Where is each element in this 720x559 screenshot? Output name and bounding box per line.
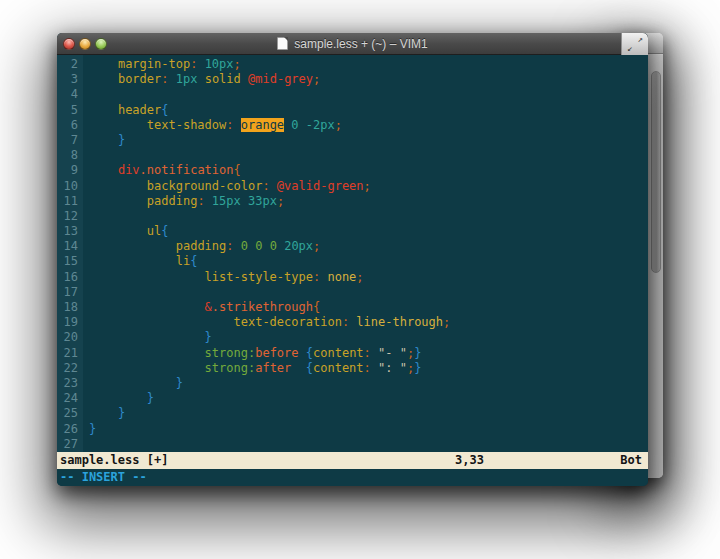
code-text	[83, 148, 648, 163]
status-bar: sample.less [+] 3,33 Bot	[57, 452, 648, 469]
status-cursor-position: 3,33	[455, 452, 484, 469]
code-line: 20 }	[57, 330, 648, 345]
line-number: 10	[57, 179, 83, 194]
code-text: list-style-type: none;	[83, 270, 648, 285]
app-window: sample.less + (~) – VIM1 ↗ ↙ 2 margin-to…	[57, 33, 648, 486]
line-number: 21	[57, 346, 83, 361]
line-number: 22	[57, 361, 83, 376]
document-icon	[277, 37, 288, 50]
code-line: 24 }	[57, 391, 648, 406]
code-line: 10 background-color: @valid-green;	[57, 179, 648, 194]
code-text	[83, 437, 648, 452]
code-line: 2 margin-top: 10px;	[57, 57, 648, 72]
code-line: 11 padding: 15px 33px;	[57, 194, 648, 209]
expand-arrows-icon: ↗ ↙	[622, 33, 648, 55]
code-text: margin-top: 10px;	[83, 57, 648, 72]
window-title: sample.less + (~) – VIM1	[294, 37, 427, 51]
code-line: 3 border: 1px solid @mid-grey;	[57, 72, 648, 87]
code-text: padding: 0 0 0 20px;	[83, 239, 648, 254]
code-text: }	[83, 330, 648, 345]
code-text: text-shadow: orange 0 -2px;	[83, 118, 648, 133]
code-text: padding: 15px 33px;	[83, 194, 648, 209]
code-line: 4	[57, 87, 648, 102]
line-number: 6	[57, 118, 83, 133]
search-highlight: orange	[241, 118, 284, 132]
code-line: 25 }	[57, 406, 648, 421]
line-number: 4	[57, 87, 83, 102]
titlebar[interactable]: sample.less + (~) – VIM1 ↗ ↙	[57, 33, 648, 55]
code-text: background-color: @valid-green;	[83, 179, 648, 194]
line-number: 13	[57, 224, 83, 239]
line-number: 15	[57, 254, 83, 269]
line-number: 24	[57, 391, 83, 406]
code-text: div.notification{	[83, 163, 648, 178]
status-file-name: sample.less [+]	[60, 452, 168, 469]
close-button[interactable]	[63, 38, 75, 50]
line-number: 17	[57, 285, 83, 300]
code-text	[83, 285, 648, 300]
code-text	[83, 209, 648, 224]
code-text: }	[83, 391, 648, 406]
code-text: &.strikethrough{	[83, 300, 648, 315]
code-line: 5 header{	[57, 103, 648, 118]
code-text	[83, 87, 648, 102]
code-line: 8	[57, 148, 648, 163]
code-line: 18 &.strikethrough{	[57, 300, 648, 315]
status-scroll-position: Bot	[620, 452, 642, 469]
line-number: 25	[57, 406, 83, 421]
mode-line: -- INSERT --	[57, 469, 648, 486]
line-number: 5	[57, 103, 83, 118]
code-text: header{	[83, 103, 648, 118]
code-text: }	[83, 376, 648, 391]
code-line: 9 div.notification{	[57, 163, 648, 178]
code-text: }	[83, 133, 648, 148]
code-text: border: 1px solid @mid-grey;	[83, 72, 648, 87]
code-line: 16 list-style-type: none;	[57, 270, 648, 285]
code-line: 26}	[57, 422, 648, 437]
line-number: 19	[57, 315, 83, 330]
code-text: strong:before {content: "- ";}	[83, 346, 648, 361]
code-text: ul{	[83, 224, 648, 239]
line-number: 9	[57, 163, 83, 178]
code-line: 14 padding: 0 0 0 20px;	[57, 239, 648, 254]
window-controls	[63, 38, 107, 50]
code-line: 15 li{	[57, 254, 648, 269]
line-number: 3	[57, 72, 83, 87]
line-number: 2	[57, 57, 83, 72]
editor-area[interactable]: 2 margin-top: 10px;3 border: 1px solid @…	[57, 55, 648, 452]
code-line: 22 strong:after {content: ": ";}	[57, 361, 648, 376]
code-text: strong:after {content: ": ";}	[83, 361, 648, 376]
line-number: 11	[57, 194, 83, 209]
code-line: 7 }	[57, 133, 648, 148]
code-text: }	[83, 406, 648, 421]
line-number: 27	[57, 437, 83, 452]
zoom-button[interactable]	[95, 38, 107, 50]
code-text: }	[83, 422, 648, 437]
line-number: 7	[57, 133, 83, 148]
code-line: 12	[57, 209, 648, 224]
code-line: 21 strong:before {content: "- ";}	[57, 346, 648, 361]
fullscreen-button[interactable]: ↗ ↙	[621, 33, 648, 55]
code-line: 23 }	[57, 376, 648, 391]
title-group: sample.less + (~) – VIM1	[277, 37, 427, 51]
code-line: 13 ul{	[57, 224, 648, 239]
line-number: 26	[57, 422, 83, 437]
code-text: li{	[83, 254, 648, 269]
line-number: 14	[57, 239, 83, 254]
line-number: 12	[57, 209, 83, 224]
code-line: 19 text-decoration: line-through;	[57, 315, 648, 330]
code-line: 6 text-shadow: orange 0 -2px;	[57, 118, 648, 133]
code-line: 17	[57, 285, 648, 300]
line-number: 18	[57, 300, 83, 315]
line-number: 20	[57, 330, 83, 345]
code-line: 27	[57, 437, 648, 452]
line-number: 16	[57, 270, 83, 285]
minimize-button[interactable]	[79, 38, 91, 50]
line-number: 8	[57, 148, 83, 163]
scrollbar-thumb[interactable]	[651, 71, 661, 273]
code-text: text-decoration: line-through;	[83, 315, 648, 330]
line-number: 23	[57, 376, 83, 391]
